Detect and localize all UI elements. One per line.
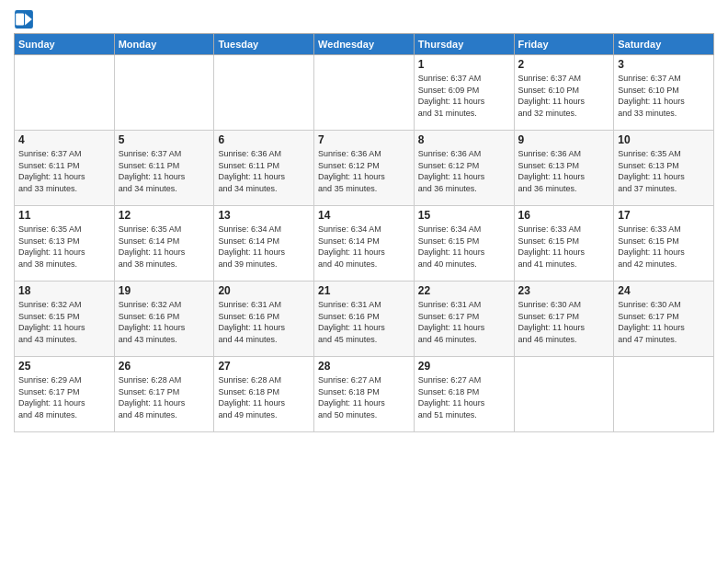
cell-info: Sunrise: 6:37 AM Sunset: 6:10 PM Dayligh… xyxy=(518,73,610,119)
day-number: 1 xyxy=(418,58,510,71)
cell-info: Sunrise: 6:37 AM Sunset: 6:11 PM Dayligh… xyxy=(18,148,110,194)
cell-info: Sunrise: 6:37 AM Sunset: 6:11 PM Dayligh… xyxy=(119,148,210,194)
calendar-cell: 27Sunrise: 6:28 AM Sunset: 6:18 PM Dayli… xyxy=(214,357,314,432)
day-header-friday: Friday xyxy=(514,34,614,55)
cell-info: Sunrise: 6:33 AM Sunset: 6:15 PM Dayligh… xyxy=(618,224,710,270)
calendar-cell: 10Sunrise: 6:35 AM Sunset: 6:13 PM Dayli… xyxy=(614,131,714,206)
calendar-cell xyxy=(15,55,115,131)
calendar-cell: 14Sunrise: 6:34 AM Sunset: 6:14 PM Dayli… xyxy=(314,206,415,282)
calendar-cell xyxy=(114,55,214,131)
cell-info: Sunrise: 6:32 AM Sunset: 6:16 PM Dayligh… xyxy=(119,299,210,345)
calendar-cell: 9Sunrise: 6:36 AM Sunset: 6:13 PM Daylig… xyxy=(514,131,614,206)
calendar-cell xyxy=(514,357,614,432)
week-row-5: 25Sunrise: 6:29 AM Sunset: 6:17 PM Dayli… xyxy=(15,357,714,432)
cell-info: Sunrise: 6:31 AM Sunset: 6:16 PM Dayligh… xyxy=(318,299,410,345)
day-header-sunday: Sunday xyxy=(15,34,115,55)
cell-info: Sunrise: 6:32 AM Sunset: 6:15 PM Dayligh… xyxy=(18,299,110,345)
calendar-cell: 6Sunrise: 6:36 AM Sunset: 6:11 PM Daylig… xyxy=(214,131,314,206)
day-number: 3 xyxy=(618,58,710,71)
day-header-tuesday: Tuesday xyxy=(214,34,314,55)
day-number: 20 xyxy=(218,284,310,297)
day-header-monday: Monday xyxy=(114,34,214,55)
page: SundayMondayTuesdayWednesdayThursdayFrid… xyxy=(0,0,728,563)
calendar-cell: 13Sunrise: 6:34 AM Sunset: 6:14 PM Dayli… xyxy=(214,206,314,282)
cell-info: Sunrise: 6:34 AM Sunset: 6:14 PM Dayligh… xyxy=(218,224,310,270)
cell-info: Sunrise: 6:30 AM Sunset: 6:17 PM Dayligh… xyxy=(518,299,610,345)
calendar-cell: 17Sunrise: 6:33 AM Sunset: 6:15 PM Dayli… xyxy=(614,206,714,282)
cell-info: Sunrise: 6:37 AM Sunset: 6:10 PM Dayligh… xyxy=(618,73,710,119)
day-number: 8 xyxy=(418,133,510,146)
day-number: 14 xyxy=(318,209,410,222)
calendar-cell: 7Sunrise: 6:36 AM Sunset: 6:12 PM Daylig… xyxy=(314,131,415,206)
day-number: 15 xyxy=(418,209,510,222)
cell-info: Sunrise: 6:28 AM Sunset: 6:17 PM Dayligh… xyxy=(119,374,210,420)
calendar-cell xyxy=(614,357,714,432)
cell-info: Sunrise: 6:31 AM Sunset: 6:17 PM Dayligh… xyxy=(418,299,510,345)
cell-info: Sunrise: 6:36 AM Sunset: 6:12 PM Dayligh… xyxy=(418,148,510,194)
cell-info: Sunrise: 6:30 AM Sunset: 6:17 PM Dayligh… xyxy=(618,299,710,345)
calendar-table: SundayMondayTuesdayWednesdayThursdayFrid… xyxy=(14,33,714,432)
calendar-cell: 20Sunrise: 6:31 AM Sunset: 6:16 PM Dayli… xyxy=(214,282,314,357)
day-number: 19 xyxy=(119,284,210,297)
cell-info: Sunrise: 6:35 AM Sunset: 6:13 PM Dayligh… xyxy=(618,148,710,194)
calendar-cell: 18Sunrise: 6:32 AM Sunset: 6:15 PM Dayli… xyxy=(15,282,115,357)
calendar-cell: 22Sunrise: 6:31 AM Sunset: 6:17 PM Dayli… xyxy=(414,282,514,357)
day-number: 24 xyxy=(618,284,710,297)
calendar-cell xyxy=(314,55,415,131)
calendar-cell: 1Sunrise: 6:37 AM Sunset: 6:09 PM Daylig… xyxy=(414,55,514,131)
day-number: 27 xyxy=(218,360,310,373)
cell-info: Sunrise: 6:35 AM Sunset: 6:14 PM Dayligh… xyxy=(119,224,210,270)
day-number: 25 xyxy=(18,360,110,373)
day-number: 21 xyxy=(318,284,410,297)
calendar-cell: 15Sunrise: 6:34 AM Sunset: 6:15 PM Dayli… xyxy=(414,206,514,282)
svg-rect-2 xyxy=(16,13,24,25)
cell-info: Sunrise: 6:27 AM Sunset: 6:18 PM Dayligh… xyxy=(318,374,410,420)
calendar-cell: 28Sunrise: 6:27 AM Sunset: 6:18 PM Dayli… xyxy=(314,357,415,432)
cell-info: Sunrise: 6:34 AM Sunset: 6:14 PM Dayligh… xyxy=(318,224,410,270)
calendar-cell: 19Sunrise: 6:32 AM Sunset: 6:16 PM Dayli… xyxy=(114,282,214,357)
cell-info: Sunrise: 6:31 AM Sunset: 6:16 PM Dayligh… xyxy=(218,299,310,345)
header xyxy=(14,9,714,29)
calendar-cell xyxy=(214,55,314,131)
cell-info: Sunrise: 6:27 AM Sunset: 6:18 PM Dayligh… xyxy=(418,374,510,420)
calendar-cell: 26Sunrise: 6:28 AM Sunset: 6:17 PM Dayli… xyxy=(114,357,214,432)
calendar-cell: 8Sunrise: 6:36 AM Sunset: 6:12 PM Daylig… xyxy=(414,131,514,206)
day-number: 23 xyxy=(518,284,610,297)
logo xyxy=(14,9,38,29)
calendar-cell: 11Sunrise: 6:35 AM Sunset: 6:13 PM Dayli… xyxy=(15,206,115,282)
week-row-4: 18Sunrise: 6:32 AM Sunset: 6:15 PM Dayli… xyxy=(15,282,714,357)
calendar-cell: 24Sunrise: 6:30 AM Sunset: 6:17 PM Dayli… xyxy=(614,282,714,357)
day-number: 12 xyxy=(119,209,210,222)
day-number: 29 xyxy=(418,360,510,373)
calendar-cell: 25Sunrise: 6:29 AM Sunset: 6:17 PM Dayli… xyxy=(15,357,115,432)
day-number: 2 xyxy=(518,58,610,71)
calendar-cell: 4Sunrise: 6:37 AM Sunset: 6:11 PM Daylig… xyxy=(15,131,115,206)
header-row: SundayMondayTuesdayWednesdayThursdayFrid… xyxy=(15,34,714,55)
calendar-cell: 23Sunrise: 6:30 AM Sunset: 6:17 PM Dayli… xyxy=(514,282,614,357)
day-number: 28 xyxy=(318,360,410,373)
day-number: 7 xyxy=(318,133,410,146)
day-number: 9 xyxy=(518,133,610,146)
week-row-2: 4Sunrise: 6:37 AM Sunset: 6:11 PM Daylig… xyxy=(15,131,714,206)
cell-info: Sunrise: 6:28 AM Sunset: 6:18 PM Dayligh… xyxy=(218,374,310,420)
day-number: 16 xyxy=(518,209,610,222)
day-header-thursday: Thursday xyxy=(414,34,514,55)
cell-info: Sunrise: 6:36 AM Sunset: 6:12 PM Dayligh… xyxy=(318,148,410,194)
cell-info: Sunrise: 6:37 AM Sunset: 6:09 PM Dayligh… xyxy=(418,73,510,119)
calendar-cell: 16Sunrise: 6:33 AM Sunset: 6:15 PM Dayli… xyxy=(514,206,614,282)
day-number: 18 xyxy=(18,284,110,297)
calendar-header: SundayMondayTuesdayWednesdayThursdayFrid… xyxy=(15,34,714,55)
cell-info: Sunrise: 6:34 AM Sunset: 6:15 PM Dayligh… xyxy=(418,224,510,270)
day-number: 17 xyxy=(618,209,710,222)
cell-info: Sunrise: 6:36 AM Sunset: 6:11 PM Dayligh… xyxy=(218,148,310,194)
day-number: 22 xyxy=(418,284,510,297)
calendar-cell: 5Sunrise: 6:37 AM Sunset: 6:11 PM Daylig… xyxy=(114,131,214,206)
cell-info: Sunrise: 6:36 AM Sunset: 6:13 PM Dayligh… xyxy=(518,148,610,194)
day-number: 6 xyxy=(218,133,310,146)
calendar-cell: 2Sunrise: 6:37 AM Sunset: 6:10 PM Daylig… xyxy=(514,55,614,131)
day-number: 10 xyxy=(618,133,710,146)
calendar-cell: 3Sunrise: 6:37 AM Sunset: 6:10 PM Daylig… xyxy=(614,55,714,131)
day-number: 5 xyxy=(119,133,210,146)
cell-info: Sunrise: 6:33 AM Sunset: 6:15 PM Dayligh… xyxy=(518,224,610,270)
calendar-cell: 12Sunrise: 6:35 AM Sunset: 6:14 PM Dayli… xyxy=(114,206,214,282)
